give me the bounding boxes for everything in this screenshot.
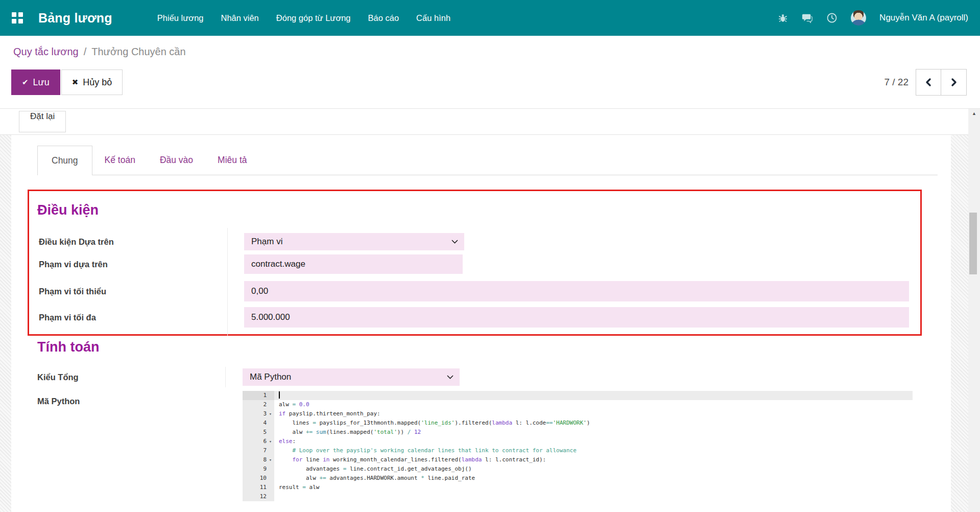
pager-next-button[interactable] <box>941 69 967 96</box>
fold-icon[interactable]: ▾ <box>267 455 274 464</box>
menu-item-contributions[interactable]: Đóng góp từ Lương <box>276 10 351 26</box>
code-line[interactable]: 11result = alw <box>243 483 913 492</box>
field-label-maximum-range: Phạm vi tối đa <box>39 313 244 322</box>
conditions-highlight-box: Điều kiện Điều kiện Dựa trên Phạm vi Phạ… <box>28 190 922 336</box>
breadcrumb: Quy tắc lương / Thưởng Chuyên cần <box>0 36 980 67</box>
pager-previous-button[interactable] <box>916 69 941 96</box>
discard-button-label: Hủy bỏ <box>83 77 112 88</box>
code-gutter-cell: 2 <box>243 400 274 409</box>
amount-type-select[interactable]: Mã Python <box>243 368 460 386</box>
code-line[interactable]: 7 # Loop over the payslip's working cale… <box>243 446 913 455</box>
scrollbar-up-arrow[interactable]: ▲ <box>968 111 980 116</box>
code-gutter-cell: 6▾ <box>243 437 274 446</box>
condition-based-on-select[interactable]: Phạm vi <box>244 233 464 250</box>
field-row: Phạm vi dựa trên <box>39 254 915 274</box>
record-pager: 7 / 22 <box>884 69 967 96</box>
code-gutter-cell: 11 <box>243 483 274 492</box>
vertical-scrollbar: ▲ <box>968 109 980 512</box>
code-line[interactable]: 3▾if payslip.thirteen_month_pay: <box>243 409 913 418</box>
field-label-range-based-on: Phạm vi dựa trên <box>39 260 244 269</box>
top-navbar: Bảng lương Phiếu lương Nhân viên Đóng gó… <box>0 0 980 36</box>
main-menu: Phiếu lương Nhân viên Đóng góp từ Lương … <box>157 10 450 26</box>
code-gutter-cell: 9 <box>243 464 274 474</box>
condition-based-on-value: Phạm vi <box>251 237 282 247</box>
field-row: Điều kiện Dựa trên Phạm vi <box>39 233 915 250</box>
apps-grid-icon[interactable] <box>12 12 23 24</box>
chevron-down-icon <box>451 240 458 244</box>
tab-general[interactable]: Chung <box>37 146 92 175</box>
chat-icon[interactable] <box>802 12 813 24</box>
pager-counter: 7 / 22 <box>884 77 909 88</box>
field-label-condition-based-on: Điều kiện Dựa trên <box>39 237 244 247</box>
minimum-range-input[interactable] <box>244 281 909 301</box>
discard-button[interactable]: ✖ Hủy bỏ <box>61 69 123 95</box>
code-editor[interactable]: 12alw = 0.03▾if payslip.thirteen_month_p… <box>243 391 913 501</box>
field-label-amount-type: Kiểu Tổng <box>37 367 226 387</box>
breadcrumb-parent-link[interactable]: Quy tắc lương <box>13 46 79 58</box>
check-icon: ✔ <box>22 78 29 87</box>
field-row: Phạm vi tối thiểu <box>39 281 915 301</box>
field-label-minimum-range: Phạm vi tối thiểu <box>39 287 244 296</box>
code-line[interactable]: 4 lines = payslips_for_13thmonth.mapped(… <box>243 418 913 428</box>
code-line[interactable]: 9 advantages = line.contract_id.get_adva… <box>243 464 913 474</box>
code-line[interactable]: 8▾ for line in working_month_calendar_li… <box>243 455 913 464</box>
fold-icon[interactable]: ▾ <box>267 409 274 418</box>
page: { "navbar": { "brand": "Bảng lương", "me… <box>0 0 980 512</box>
menu-item-reports[interactable]: Báo cáo <box>368 10 399 26</box>
menu-item-configuration[interactable]: Cấu hình <box>416 10 450 26</box>
code-gutter-cell: 7 <box>243 446 274 455</box>
code-gutter-cell: 8▾ <box>243 455 274 464</box>
code-gutter-cell: 12 <box>243 492 274 501</box>
conditions-section-title: Điều kiện <box>37 202 99 218</box>
maximum-range-input[interactable] <box>244 307 909 328</box>
scrollbar-thumb[interactable] <box>969 213 977 274</box>
text-cursor <box>279 391 280 399</box>
reset-button[interactable]: Đặt lại <box>19 111 66 132</box>
field-label-python-code: Mã Python <box>37 397 80 406</box>
menu-item-employees[interactable]: Nhân viên <box>221 10 258 26</box>
tab-description[interactable]: Miêu tả <box>205 146 259 175</box>
action-toolbar: ✔ Lưu ✖ Hủy bỏ 7 / 22 <box>0 67 980 97</box>
user-avatar[interactable] <box>851 10 866 26</box>
menu-item-payslips[interactable]: Phiếu lương <box>157 10 204 26</box>
tab-accounting[interactable]: Kế toán <box>92 146 148 175</box>
amount-type-value: Mã Python <box>250 372 291 382</box>
tab-inputs[interactable]: Đầu vào <box>148 146 205 175</box>
chevron-down-icon <box>447 375 453 379</box>
form-view-background: Chung Kế toán Đầu vào Miêu tả Điều kiện … <box>0 135 980 512</box>
code-gutter-cell: 4 <box>243 418 274 428</box>
range-based-on-input[interactable] <box>244 254 463 274</box>
close-icon: ✖ <box>72 78 79 87</box>
breadcrumb-current: Thưởng Chuyên cần <box>91 46 185 58</box>
code-line[interactable]: 2alw = 0.0 <box>243 400 913 409</box>
secondary-toolbar: Đặt lại <box>0 108 980 135</box>
form-sheet: Chung Kế toán Đầu vào Miêu tả Điều kiện … <box>11 135 951 512</box>
fold-icon[interactable]: ▾ <box>267 437 274 446</box>
code-line[interactable]: 6▾else: <box>243 437 913 446</box>
app-title[interactable]: Bảng lương <box>38 11 112 26</box>
field-row: Kiểu Tổng Mã Python <box>37 368 460 386</box>
code-line[interactable]: 5 alw += sum(lines.mapped('total')) / 12 <box>243 428 913 437</box>
navbar-right: Nguyễn Văn A (payroll) <box>777 10 968 26</box>
save-button[interactable]: ✔ Lưu <box>11 69 60 95</box>
code-line[interactable]: 12 <box>243 492 913 501</box>
code-line[interactable]: 1 <box>243 391 913 400</box>
clock-icon[interactable] <box>826 12 838 24</box>
chevron-left-icon <box>924 78 933 87</box>
notebook-tabs: Chung Kế toán Đầu vào Miêu tả <box>37 146 938 175</box>
code-line[interactable]: 10 alw += advantages.HARDWORK.amount * l… <box>243 474 913 483</box>
computation-section-title: Tính toán <box>37 339 99 355</box>
field-row: Phạm vi tối đa <box>39 307 915 328</box>
bug-icon[interactable] <box>777 12 788 24</box>
code-gutter-cell: 10 <box>243 474 274 483</box>
breadcrumb-separator: / <box>84 46 87 58</box>
user-name[interactable]: Nguyễn Văn A (payroll) <box>879 13 968 23</box>
chevron-right-icon <box>950 78 958 87</box>
save-button-label: Lưu <box>33 77 50 88</box>
code-gutter-cell: 1 <box>243 391 274 400</box>
code-gutter-cell: 3▾ <box>243 409 274 418</box>
code-gutter-cell: 5 <box>243 428 274 437</box>
